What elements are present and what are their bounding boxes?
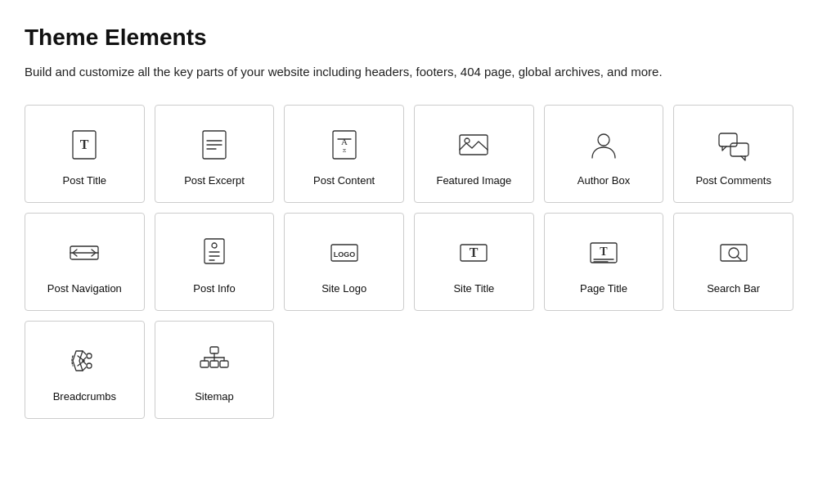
svg-rect-14 (730, 143, 748, 156)
search-bar-label: Search Bar (707, 282, 760, 296)
svg-text:LOGO: LOGO (333, 250, 355, 259)
post-excerpt-label: Post Excerpt (184, 174, 245, 188)
page-title-label: Page Title (580, 282, 627, 296)
post-navigation-icon (65, 233, 104, 272)
svg-text:T: T (80, 137, 89, 151)
svg-point-12 (598, 134, 609, 146)
card-page-title[interactable]: T Page Title (544, 213, 664, 311)
author-box-icon (584, 125, 623, 164)
sitemap-icon (195, 341, 234, 380)
card-breadcrumbs[interactable]: Breadcrumbs (25, 321, 145, 419)
post-comments-icon (714, 125, 753, 164)
svg-rect-47 (220, 361, 228, 367)
svg-line-34 (83, 351, 86, 354)
svg-point-11 (465, 138, 470, 143)
sitemap-label: Sitemap (195, 390, 234, 404)
svg-text:Ξ: Ξ (342, 147, 346, 154)
card-site-title[interactable]: T Site Title (414, 213, 534, 311)
card-post-title[interactable]: T Post Title (25, 105, 145, 203)
svg-rect-46 (210, 361, 218, 367)
row-2-grid: Post Navigation Post Info LOGO Site Logo (25, 213, 793, 311)
svg-line-38 (83, 367, 86, 371)
card-post-comments[interactable]: Post Comments (673, 105, 793, 203)
row-3-grid: Breadcrumbs Sitemap (25, 321, 793, 419)
card-post-navigation[interactable]: Post Navigation (25, 213, 145, 311)
svg-rect-13 (719, 133, 737, 146)
post-content-label: Post Content (313, 174, 375, 188)
svg-rect-30 (721, 245, 747, 261)
svg-line-32 (737, 256, 741, 260)
svg-point-18 (212, 243, 217, 248)
featured-image-label: Featured Image (436, 174, 511, 188)
svg-point-33 (87, 353, 92, 358)
site-logo-icon: LOGO (325, 233, 364, 272)
page-title-icon: T (584, 233, 623, 272)
card-sitemap[interactable]: Sitemap (155, 321, 275, 419)
card-post-content[interactable]: A Ξ Post Content (284, 105, 404, 203)
author-box-label: Author Box (578, 174, 630, 188)
post-title-icon: T (65, 125, 104, 164)
search-bar-icon (714, 233, 753, 272)
card-post-excerpt[interactable]: Post Excerpt (155, 105, 275, 203)
svg-text:A: A (341, 137, 348, 146)
featured-image-icon (454, 125, 493, 164)
card-author-box[interactable]: Author Box (544, 105, 664, 203)
post-title-label: Post Title (63, 174, 106, 188)
svg-rect-45 (200, 361, 209, 367)
card-post-info[interactable]: Post Info (155, 213, 275, 311)
post-info-icon (195, 233, 234, 272)
site-title-icon: T (454, 233, 493, 272)
svg-text:T: T (600, 245, 608, 258)
card-site-logo[interactable]: LOGO Site Logo (284, 213, 404, 311)
post-navigation-label: Post Navigation (47, 282, 122, 296)
card-search-bar[interactable]: Search Bar (673, 213, 793, 311)
svg-text:T: T (470, 245, 479, 259)
card-featured-image[interactable]: Featured Image (414, 105, 534, 203)
post-content-icon: A Ξ (325, 125, 364, 164)
svg-rect-39 (210, 347, 218, 353)
breadcrumbs-icon (65, 341, 104, 380)
svg-point-36 (87, 363, 92, 368)
post-comments-label: Post Comments (695, 174, 771, 188)
post-excerpt-icon (195, 125, 234, 164)
page-description: Build and customize all the key parts of… (25, 62, 793, 82)
post-info-label: Post Info (193, 282, 235, 296)
site-logo-label: Site Logo (321, 282, 366, 296)
breadcrumbs-label: Breadcrumbs (53, 390, 116, 404)
page-title: Theme Elements (25, 25, 793, 51)
site-title-label: Site Title (453, 282, 494, 296)
row-1-grid: T Post Title Post Excerpt A Ξ Post Con (25, 105, 793, 203)
